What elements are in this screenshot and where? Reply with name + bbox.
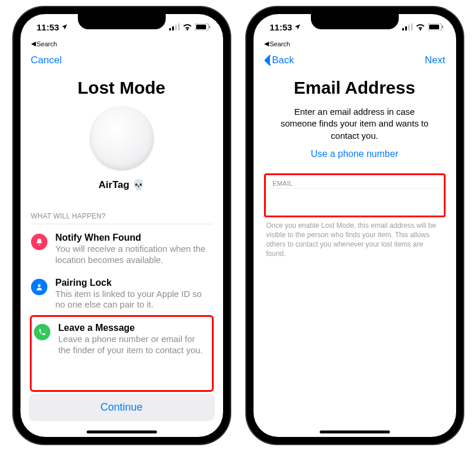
email-footnote: Once you enable Lost Mode, this email ad… xyxy=(264,217,446,259)
section-header: WHAT WILL HAPPEN? xyxy=(31,212,213,224)
status-time: 11:53 xyxy=(37,22,59,32)
pairing-desc: This item is linked to your Apple ID so … xyxy=(56,289,213,311)
back-search-label: Search xyxy=(270,40,290,47)
nav-bar: Back Next xyxy=(254,50,456,72)
notify-desc: You will receive a notification when the… xyxy=(56,244,213,266)
back-to-search[interactable]: ◀ Search xyxy=(254,40,456,50)
content-area: Email Address Enter an email address in … xyxy=(254,72,456,427)
chevron-left-icon: ◀ xyxy=(264,40,269,47)
signal-icon xyxy=(169,23,180,30)
svg-rect-11 xyxy=(411,23,413,30)
airtag-image xyxy=(90,106,154,170)
info-row-pairing: Pairing Lock This item is linked to your… xyxy=(31,272,213,317)
chevron-left-icon: ◀ xyxy=(31,40,36,47)
item-name: AirTag 💀 xyxy=(31,179,213,191)
nav-bar: Cancel xyxy=(20,50,223,72)
email-label: EMAIL xyxy=(267,176,443,188)
svg-rect-1 xyxy=(172,26,174,30)
highlight-email-field: EMAIL xyxy=(264,173,446,217)
back-to-search[interactable]: ◀ Search xyxy=(20,40,223,50)
phone-icon xyxy=(34,324,50,340)
location-icon xyxy=(294,23,301,30)
svg-rect-13 xyxy=(429,25,439,29)
info-row-notify: Notify When Found You will receive a not… xyxy=(31,227,213,272)
svg-rect-6 xyxy=(209,26,210,28)
email-input[interactable] xyxy=(267,188,443,214)
message-title: Leave a Message xyxy=(59,323,210,333)
cancel-button[interactable]: Cancel xyxy=(31,54,62,66)
content-area: Lost Mode AirTag 💀 WHAT WILL HAPPEN? Not… xyxy=(20,72,223,394)
svg-rect-3 xyxy=(178,23,180,30)
screen-email-address: 11:53 ◀ Search Back Next Email Address E… xyxy=(254,14,456,437)
status-icons xyxy=(169,23,210,30)
person-icon xyxy=(31,279,47,295)
status-bar: 11:53 xyxy=(254,14,456,40)
signal-icon xyxy=(402,23,413,30)
battery-icon xyxy=(428,23,443,30)
wifi-icon xyxy=(183,23,192,30)
phone-left: 11:53 ◀ Search Cancel Lost Mode AirTag 💀… xyxy=(13,7,230,444)
status-time: 11:53 xyxy=(270,22,292,32)
svg-rect-10 xyxy=(408,25,410,30)
phone-right: 11:53 ◀ Search Back Next Email Address E… xyxy=(246,7,463,444)
svg-rect-8 xyxy=(402,28,404,30)
battery-icon xyxy=(195,23,210,30)
svg-point-7 xyxy=(37,284,40,287)
back-button[interactable]: Back xyxy=(264,54,294,66)
page-title: Lost Mode xyxy=(31,78,213,98)
home-indicator[interactable] xyxy=(87,430,157,433)
wifi-icon xyxy=(416,23,425,30)
status-bar: 11:53 xyxy=(20,14,223,40)
svg-rect-2 xyxy=(175,25,177,30)
message-desc: Leave a phone number or email for the fi… xyxy=(59,334,210,356)
bell-icon xyxy=(31,234,47,250)
highlight-leave-message: Leave a Message Leave a phone number or … xyxy=(30,315,214,392)
svg-rect-9 xyxy=(405,26,407,30)
next-button[interactable]: Next xyxy=(425,54,446,66)
svg-rect-0 xyxy=(169,28,171,30)
chevron-left-icon xyxy=(264,55,270,66)
svg-rect-14 xyxy=(442,26,443,28)
continue-button[interactable]: Continue xyxy=(29,394,215,421)
back-label: Back xyxy=(272,54,294,66)
use-phone-link[interactable]: Use a phone number xyxy=(264,149,446,159)
screen-lost-mode: 11:53 ◀ Search Cancel Lost Mode AirTag 💀… xyxy=(20,14,223,437)
back-search-label: Search xyxy=(37,40,57,47)
pairing-title: Pairing Lock xyxy=(56,278,213,288)
home-indicator[interactable] xyxy=(320,430,390,433)
location-icon xyxy=(61,23,68,30)
page-title: Email Address xyxy=(264,78,446,98)
notify-title: Notify When Found xyxy=(56,233,213,243)
status-icons xyxy=(402,23,443,30)
info-row-message: Leave a Message Leave a phone number or … xyxy=(33,318,211,389)
svg-rect-5 xyxy=(196,25,206,29)
page-subtitle: Enter an email address in case someone f… xyxy=(264,106,446,142)
